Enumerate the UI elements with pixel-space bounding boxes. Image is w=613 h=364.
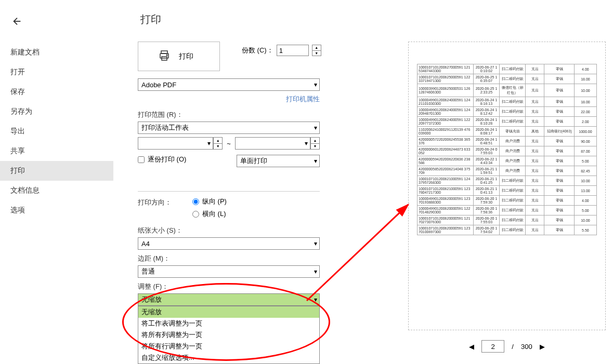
sidebar-item-6[interactable]: 打印: [0, 161, 113, 181]
duplex-select[interactable]: 单面打印: [237, 155, 320, 167]
table-row: 1000107101200621000591 12437957268300202…: [418, 176, 597, 186]
table-row: 1000107101200625000591 12233719471300202…: [418, 74, 597, 84]
table-row: 1102006241000291120139 4760390002020-06-…: [418, 127, 597, 137]
pager-separator: /: [512, 343, 514, 350]
range-to-spinner[interactable]: ▲▼: [310, 137, 320, 150]
table-row: 1000107101200627000591 12153487443300202…: [418, 64, 597, 74]
print-button[interactable]: 打印: [138, 42, 220, 71]
preview-pager: ◀ / 300 ▶: [408, 340, 606, 353]
table-row: 1000049901200624000591 12420948701300202…: [418, 107, 597, 117]
margin-label: 边距 (M)：: [138, 254, 320, 263]
print-preview-pane: 1000107101200627000591 12153487443300202…: [408, 42, 606, 330]
table-row: 1000107101200620000591 12170273076300202…: [418, 215, 597, 225]
paper-size-label: 纸张大小 (S)：: [138, 226, 320, 235]
print-button-label: 打印: [179, 52, 193, 61]
sidebar-item-4[interactable]: 导出: [0, 122, 113, 141]
collate-label: 逐份打印 (O): [148, 155, 186, 164]
sidebar-item-7[interactable]: 文档信息: [0, 181, 113, 200]
sidebar: 新建文档打开保存另存为导出共享打印文档信息选项: [0, 43, 113, 220]
table-row: 1000107101200621000591 12378047217300202…: [418, 186, 597, 196]
sidebar-item-0[interactable]: 新建文档: [0, 43, 113, 62]
sidebar-item-8[interactable]: 选项: [0, 200, 113, 220]
table-row: 4200000601202006244873 6330522020-06-24 …: [418, 146, 597, 156]
sidebar-item-2[interactable]: 保存: [0, 82, 113, 102]
printer-select[interactable]: Adobe PDF: [138, 78, 320, 91]
scaling-select[interactable]: 无缩放: [138, 293, 320, 306]
scaling-option-3[interactable]: 将所有行调整为一页: [138, 341, 319, 352]
svg-line-4: [307, 205, 408, 301]
print-range-select[interactable]: 打印活动工作表: [138, 122, 320, 134]
table-row: 1000039901200625000531 12612874606300202…: [418, 84, 597, 97]
scaling-option-2[interactable]: 将所有列调整为一页: [138, 329, 319, 341]
pager-prev-icon[interactable]: ◀: [469, 343, 474, 350]
page-title: 打印: [140, 12, 161, 26]
orientation-landscape-label: 横向 (L): [202, 209, 226, 219]
table-row: 4200000572202006245538 3653762020-06-24 …: [418, 137, 597, 146]
scaling-option-1[interactable]: 将工作表调整为一页: [138, 318, 319, 329]
printer-icon: [157, 49, 172, 63]
pager-next-icon[interactable]: ▶: [540, 343, 545, 350]
orientation-portrait-radio[interactable]: [192, 198, 199, 205]
print-range-label: 打印范围 (R)：: [138, 110, 320, 119]
range-separator: ~: [227, 140, 231, 147]
back-arrow-icon[interactable]: [11, 16, 23, 29]
table-row: 4200000594202006220836 2385862020-06-22 …: [418, 156, 597, 166]
orientation-portrait-label: 纵向 (P): [202, 197, 227, 206]
sidebar-item-3[interactable]: 另存为: [0, 102, 113, 122]
paper-size-select[interactable]: A4: [138, 237, 320, 250]
collate-checkbox[interactable]: [138, 156, 145, 163]
sidebar-item-5[interactable]: 共享: [0, 141, 113, 161]
scaling-option-0[interactable]: 无缩放: [138, 306, 319, 318]
table-row: 1000049901200620000591 12270148290300202…: [418, 206, 597, 215]
table-row: 1000049901200620000591 12370193888300202…: [418, 196, 597, 206]
pager-current-input[interactable]: [481, 340, 504, 353]
margin-select[interactable]: 普通: [138, 265, 320, 278]
scaling-label: 调整 (F)：: [138, 282, 320, 291]
table-row: 1000049901200624000591 12421101030300202…: [418, 97, 597, 107]
table-row: 1000107101200620000591 12370100697300202…: [418, 225, 597, 235]
orientation-label: 打印方向：: [138, 198, 172, 220]
pager-total: 300: [521, 343, 532, 350]
scaling-dropdown-list: 无缩放将工作表调整为一页将所有列调整为一页将所有行调整为一页自定义缩放选项...: [138, 306, 320, 364]
range-from-spinner[interactable]: ▲▼: [213, 137, 223, 150]
table-row: 1000049901200624000591 12220977372300202…: [418, 117, 597, 127]
range-from-input[interactable]: [138, 137, 213, 150]
range-to-input[interactable]: [235, 137, 310, 150]
preview-table: 1000107101200627000591 12153487443300202…: [417, 64, 597, 235]
svg-point-3: [166, 55, 167, 56]
scaling-option-4[interactable]: 自定义缩放选项...: [138, 352, 319, 363]
orientation-landscape-radio[interactable]: [192, 211, 199, 218]
table-row: 4200000585202006214048 3757092020-06-21 …: [418, 166, 597, 176]
section-divider: [138, 191, 320, 192]
printer-properties-link[interactable]: 打印机属性: [286, 95, 320, 103]
sidebar-item-1[interactable]: 打开: [0, 62, 113, 82]
